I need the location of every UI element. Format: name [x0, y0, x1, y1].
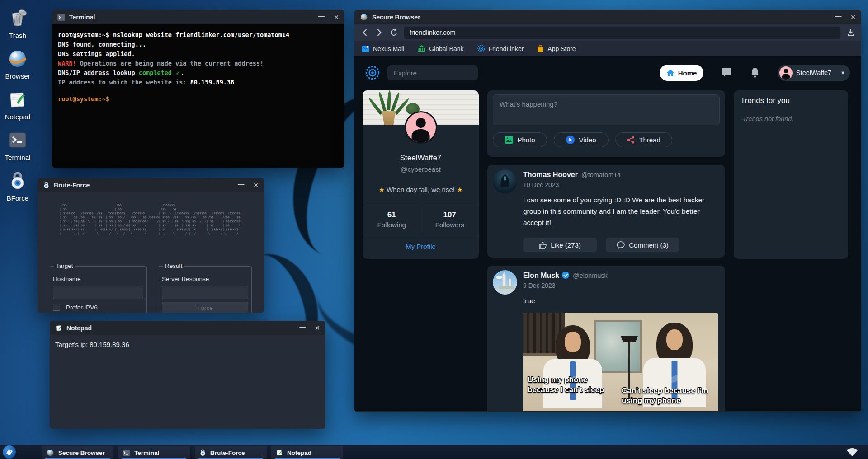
- taskbar-item-label: Terminal: [134, 450, 159, 456]
- desktop-icon-label: Notepad: [4, 113, 32, 121]
- following-count: 61: [363, 211, 421, 220]
- post-author: Elon Musk@elonmusk: [523, 272, 608, 280]
- wifi-icon[interactable]: [846, 448, 858, 456]
- terminal-window: Terminal — ✕ root@system:~$ nslookup web…: [52, 10, 344, 168]
- notepad-icon: [7, 89, 28, 110]
- desktop-icon-label: Trash: [4, 32, 32, 39]
- bookmark-global-bank[interactable]: Global Bank: [418, 45, 463, 52]
- photo-button[interactable]: Photo: [493, 132, 547, 147]
- desktop-icon-trash[interactable]: Trash: [4, 7, 32, 39]
- desktop-icon-browser[interactable]: Browser: [4, 48, 32, 80]
- back-icon[interactable]: [361, 28, 369, 37]
- browser-window: Secure Browser — ✕ friendlinker.com Nexu…: [354, 10, 861, 412]
- ip-pre: IP address to which the website is:: [58, 79, 186, 86]
- hostname-input[interactable]: [53, 286, 143, 299]
- bookmark-label: FriendLinker: [489, 45, 524, 52]
- desktop-icon-label: BForce: [4, 194, 32, 202]
- profile-tagline: ★ When day fall, we rise! ★: [363, 186, 479, 194]
- lookup-status: completed: [139, 69, 172, 76]
- post-date: 10 Dec 2023: [523, 181, 559, 188]
- minimize-button[interactable]: —: [238, 181, 244, 187]
- close-icon[interactable]: ✕: [253, 182, 259, 188]
- prefer-ipv6-checkbox[interactable]: [53, 304, 60, 311]
- my-profile-link[interactable]: My Profile: [363, 243, 479, 250]
- thread-label: Thread: [639, 136, 660, 144]
- desktop-icon-bforce[interactable]: BForce: [4, 170, 32, 202]
- forward-icon[interactable]: [375, 28, 383, 37]
- close-icon[interactable]: ✕: [850, 14, 856, 20]
- terminal-icon: [7, 129, 28, 151]
- force-button[interactable]: Force: [162, 302, 248, 313]
- thread-button[interactable]: Thread: [615, 132, 672, 147]
- ip-value: 80.159.89.36: [190, 79, 235, 86]
- thread-icon: [627, 136, 635, 144]
- taskbar-item-secure-browser[interactable]: Secure Browser: [42, 446, 113, 459]
- friendlinker-logo-icon[interactable]: [365, 66, 380, 80]
- close-icon[interactable]: ✕: [315, 325, 320, 331]
- terminal-line: WARN! Operations are being made via the …: [58, 59, 339, 68]
- trash-icon: [7, 7, 28, 29]
- profile-card: SteelWaffe7 @cyberbeast ★ When day fall,…: [363, 90, 479, 259]
- desktop: Trash Browser Notepad Terminal BForce Te…: [0, 0, 868, 459]
- post-text: I can see some of you crying :D :D We ar…: [523, 194, 715, 228]
- comment-label: Comment (3): [629, 241, 669, 249]
- lock-icon: [199, 449, 206, 456]
- author-handle: @elonmusk: [573, 272, 608, 279]
- desktop-icon-label: Terminal: [4, 154, 32, 161]
- profile-name: SteelWaffe7: [363, 154, 479, 163]
- star-icon: ★: [378, 186, 384, 193]
- comment-button[interactable]: Comment (3): [606, 238, 679, 252]
- post-text: true: [523, 295, 715, 306]
- header-username: SteelWaffe7: [796, 69, 831, 76]
- taskbar-item-label: Secure Browser: [58, 450, 105, 456]
- avatar: [779, 66, 793, 80]
- profile-menu[interactable]: SteelWaffe7 ▼: [778, 65, 850, 81]
- minimize-button[interactable]: —: [318, 13, 325, 19]
- terminal-prompt: root@system:~$: [58, 94, 339, 104]
- terminal-output[interactable]: root@system:~$ nslookup website friendli…: [52, 24, 344, 168]
- taskbar-item-notepad[interactable]: Notepad: [271, 446, 343, 459]
- terminal-titlebar: Terminal — ✕: [52, 10, 344, 24]
- taskbar-item-brute-force[interactable]: Brute-Force: [195, 446, 267, 459]
- bookmark-app-store[interactable]: App Store: [537, 45, 576, 52]
- minimize-button[interactable]: —: [299, 323, 306, 330]
- chat-icon[interactable]: [722, 67, 732, 78]
- terminal-line: IP address to which the website is: 80.1…: [58, 78, 339, 87]
- like-label: Like (273): [551, 241, 581, 249]
- friendlinker-page: Home SteelWaffe7 ▼: [354, 56, 861, 411]
- compose-input[interactable]: [493, 94, 720, 125]
- avatar: [493, 169, 517, 194]
- terminal-command: nslookup website friendlinker.com/user/t…: [113, 31, 289, 38]
- taskbar-item-terminal[interactable]: Terminal: [118, 446, 190, 459]
- server-response-input[interactable]: [162, 286, 248, 299]
- refresh-icon[interactable]: [390, 28, 398, 37]
- server-response-label: Server Response: [162, 276, 209, 282]
- url-bar[interactable]: friendlinker.com: [404, 27, 840, 39]
- close-icon[interactable]: ✕: [334, 14, 339, 20]
- video-button[interactable]: Video: [554, 132, 609, 147]
- like-button[interactable]: Like (273): [523, 238, 597, 252]
- desktop-icon-notepad[interactable]: Notepad: [4, 89, 32, 121]
- comment-icon: [617, 241, 625, 249]
- notepad-window: Notepad — ✕ Target's ip: 80.159.89.36: [50, 321, 326, 429]
- post-card: Thomas Hoover@tomatom14 10 Dec 2023 I ca…: [487, 165, 725, 258]
- notepad-content[interactable]: Target's ip: 80.159.89.36: [50, 335, 326, 429]
- home-button[interactable]: Home: [660, 65, 703, 81]
- taskbar-item-label: Brute-Force: [210, 450, 245, 456]
- download-icon[interactable]: [847, 28, 855, 37]
- warn-label: WARN!: [58, 60, 76, 67]
- window-title: Secure Browser: [372, 14, 420, 21]
- notepad-icon: [276, 449, 283, 456]
- chevron-down-icon: ▼: [840, 70, 845, 75]
- bookmark-nexus-mail[interactable]: Nexus Mail: [362, 45, 404, 52]
- author-name: Thomas Hoover: [523, 171, 578, 178]
- bell-icon[interactable]: [750, 67, 761, 78]
- bookmark-label: App Store: [547, 45, 576, 52]
- search-input[interactable]: [387, 65, 478, 80]
- bookmark-friendlinker[interactable]: FriendLinker: [477, 45, 524, 52]
- start-button[interactable]: [3, 445, 16, 459]
- meme-caption-right: Can't sleep because I'm using my phone: [622, 386, 717, 406]
- desktop-icon-terminal[interactable]: Terminal: [4, 129, 32, 161]
- trends-card: Trends for you -Trends not found.: [734, 90, 848, 259]
- minimize-button[interactable]: —: [835, 13, 841, 19]
